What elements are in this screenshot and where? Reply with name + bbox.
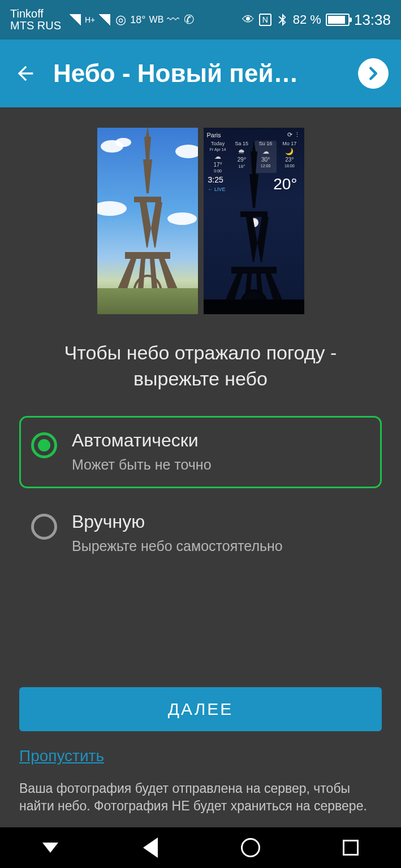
carrier-2: MTS RUS [10, 20, 61, 32]
option-manual-title: Вручную [72, 511, 283, 532]
eye-icon: 👁 [242, 14, 255, 26]
cta-label: ДАЛЕЕ [168, 700, 234, 719]
eiffel-tower-icon [108, 128, 187, 295]
circle-home-icon [241, 838, 260, 857]
system-nav-bar [0, 827, 401, 868]
option-manual[interactable]: Вручную Вырежьте небо самостоятельно [19, 497, 382, 570]
signal-sup: H+ [85, 15, 95, 24]
bluetooth-icon [276, 14, 288, 26]
eiffel-tower-night-icon [214, 140, 294, 310]
back-button[interactable] [12, 60, 38, 86]
disclaimer-text: Ваша фотография будет отправлена на серв… [19, 780, 382, 827]
clock-label: 13:38 [354, 11, 391, 29]
skip-link[interactable]: Пропустить [19, 747, 104, 765]
option-auto-subtitle: Может быть не точно [72, 457, 212, 473]
nfc-icon: N [259, 14, 271, 26]
radio-manual[interactable] [31, 514, 57, 540]
wb-label: WB [149, 15, 164, 25]
page-title: Небо - Новый пей… [53, 59, 343, 88]
status-bar: Tinkoff MTS RUS H+ ◎ 18° WB 〰 ✆ 👁 N 82 %… [0, 0, 401, 40]
hotspot-icon: ◎ [114, 14, 127, 26]
instruction-heading: Чтобы небо отражало погоду - вырежьте не… [19, 330, 382, 416]
battery-pct: 82 % [293, 12, 321, 27]
preview-row: Paris ⟳ ⋮ TodayFr Apr 14☁17°0:00 Sa 15🌧2… [19, 107, 382, 330]
signal-icon [69, 14, 81, 26]
signal-icon-2 [98, 14, 111, 26]
whatsapp-icon: ✆ [183, 14, 195, 26]
option-auto-title: Автоматически [72, 430, 212, 451]
preview-night: Paris ⟳ ⋮ TodayFr Apr 14☁17°0:00 Sa 15🌧2… [204, 128, 304, 314]
next-cta-button[interactable]: ДАЛЕЕ [19, 687, 382, 731]
content-area: Paris ⟳ ⋮ TodayFr Apr 14☁17°0:00 Sa 15🌧2… [0, 107, 401, 827]
radio-auto[interactable] [31, 432, 57, 458]
app-bar: Небо - Новый пей… [0, 40, 401, 107]
nav-dropdown-button[interactable] [33, 831, 67, 865]
status-temp: 18° [130, 14, 145, 26]
nav-home-button[interactable] [234, 831, 268, 865]
nav-recent-button[interactable] [334, 831, 368, 865]
preview-day [97, 128, 198, 314]
carrier-1: Tinkoff [10, 8, 61, 20]
chevron-down-icon [42, 843, 58, 853]
battery-icon [326, 14, 350, 26]
carrier-labels: Tinkoff MTS RUS [10, 8, 61, 32]
nav-back-button[interactable] [133, 831, 167, 865]
wave-icon: 〰 [167, 14, 179, 26]
option-auto[interactable]: Автоматически Может быть не точно [19, 416, 382, 488]
next-button[interactable] [358, 58, 389, 89]
option-manual-subtitle: Вырежьте небо самостоятельно [72, 538, 283, 554]
square-recents-icon [343, 840, 359, 856]
triangle-back-icon [143, 837, 158, 858]
